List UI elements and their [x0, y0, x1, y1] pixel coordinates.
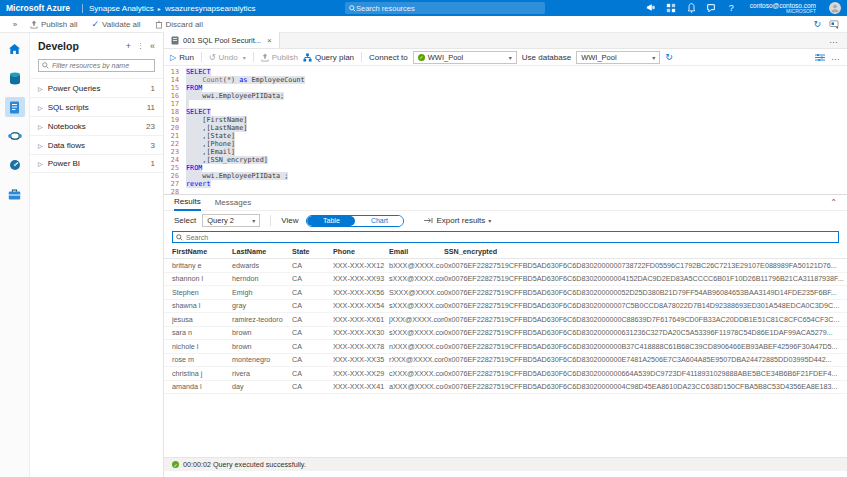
- close-tab-icon[interactable]: ×: [267, 36, 272, 45]
- code-line[interactable]: 13SELECT: [164, 68, 847, 76]
- sql-script-tab[interactable]: 001 SQL Pool Securit... ×: [164, 32, 280, 48]
- table-cell: XXX-XXX-XX93: [333, 274, 389, 283]
- editor-more-icon[interactable]: …: [831, 52, 841, 62]
- code-line[interactable]: 22 ,[Phone]: [164, 140, 847, 148]
- expand-chevron-icon[interactable]: ▷: [38, 160, 43, 167]
- column-header-ssn_encrypted[interactable]: SSN_encrypted: [444, 247, 847, 256]
- nav-home[interactable]: [5, 39, 25, 59]
- undo-button[interactable]: ↺ Undo: [209, 53, 238, 62]
- table-row[interactable]: nichole lbrownCAXXX-XXX-XX78nXXX@XXXX.co…: [164, 340, 847, 354]
- table-row[interactable]: jesusaramirez-teodoroCAXXX-XXX-XX61jXXX@…: [164, 313, 847, 327]
- sidebar-item-power-bi[interactable]: ▷Power BI1: [30, 154, 163, 173]
- code-line[interactable]: 27revert: [164, 180, 847, 188]
- code-text: ,[SSN_encrypted]: [186, 156, 268, 164]
- code-line[interactable]: 25FROM: [164, 164, 847, 172]
- help-icon[interactable]: ?: [726, 2, 737, 13]
- collapse-panel-icon[interactable]: «: [150, 41, 155, 51]
- sidebar-item-sql-scripts[interactable]: ▷SQL scripts11: [30, 97, 163, 116]
- code-line[interactable]: 16 wwi.EmployeePIIData;: [164, 92, 847, 100]
- megaphone-icon[interactable]: [646, 2, 657, 13]
- run-button[interactable]: ▷ Run: [170, 53, 194, 62]
- notifications-bell-icon[interactable]: [686, 2, 697, 13]
- breadcrumb-workspace[interactable]: wsazuresynapseanalytics: [165, 4, 256, 13]
- results-grid: FirstNameLastNameStatePhoneEmailSSN_encr…: [164, 245, 847, 394]
- nav-integrate[interactable]: [5, 126, 25, 146]
- column-header-firstname[interactable]: FirstName: [172, 247, 232, 256]
- validate-all-button[interactable]: ✓ Validate all: [91, 19, 140, 29]
- results-search-box[interactable]: [172, 231, 839, 243]
- use-database-select[interactable]: WWI_Pool ▾: [576, 51, 660, 64]
- refresh-database-icon[interactable]: ↻: [665, 52, 673, 62]
- sql-code-editor[interactable]: 13SELECT14 Count(*) as EmployeeCount15FR…: [164, 66, 847, 194]
- chart-view-toggle[interactable]: Chart: [355, 216, 403, 226]
- table-row[interactable]: amanda ldayCAXXX-XXX-XX41aXXX@XXXX.com0x…: [164, 381, 847, 395]
- breadcrumb-product[interactable]: Synapse Analytics: [89, 4, 154, 13]
- table-view-toggle[interactable]: Table: [307, 216, 355, 226]
- account-info[interactable]: contoso@contoso.com MICROSOFT: [750, 2, 816, 15]
- sidebar-item-notebooks[interactable]: ▷Notebooks23: [30, 116, 163, 135]
- query-select[interactable]: Query 2 ▾: [202, 214, 260, 227]
- apps-grid-icon[interactable]: [666, 2, 677, 13]
- code-line[interactable]: 19 [FirstName]: [164, 116, 847, 124]
- expand-chevron-icon[interactable]: ▷: [38, 104, 43, 111]
- code-line[interactable]: 20 ,[LastName]: [164, 124, 847, 132]
- refresh-icon[interactable]: ↻: [813, 19, 821, 29]
- global-search-box[interactable]: [345, 2, 545, 14]
- actions-icon[interactable]: ⋮: [137, 42, 144, 50]
- feedback-grid-icon[interactable]: [829, 20, 839, 29]
- tabstrip-more-icon[interactable]: …: [829, 35, 847, 48]
- table-row[interactable]: brittany eedwardsCAXXX-XXX-XX12bXXX@XXXX…: [164, 259, 847, 273]
- tab-results[interactable]: Results: [174, 195, 201, 211]
- query-plan-button[interactable]: Query plan: [303, 53, 354, 62]
- connect-to-select[interactable]: ✓ WWI_Pool ▾: [413, 51, 517, 64]
- column-header-email[interactable]: Email: [389, 247, 444, 256]
- table-row[interactable]: christina jriveraCAXXX-XXX-XX29cXXX@XXXX…: [164, 367, 847, 381]
- expand-chevron-icon[interactable]: ▷: [38, 142, 43, 149]
- code-line[interactable]: 26 wwi.EmployeePIIData ;: [164, 172, 847, 180]
- table-row[interactable]: shawna lgrayCAXXX-XXX-XX54sXXX@XXXX.com0…: [164, 300, 847, 314]
- code-line[interactable]: 14 Count(*) as EmployeeCount: [164, 76, 847, 84]
- sidebar-item-power-queries[interactable]: ▷Power Queries1: [30, 78, 163, 97]
- publish-all-button[interactable]: Publish all: [30, 20, 77, 29]
- code-line[interactable]: 15FROM: [164, 84, 847, 92]
- code-line[interactable]: 21 ,[State]: [164, 132, 847, 140]
- code-line[interactable]: 17: [164, 100, 847, 108]
- nav-data[interactable]: [5, 68, 25, 88]
- undo-dropdown-chevron[interactable]: ▾: [243, 54, 246, 61]
- avatar[interactable]: [829, 2, 841, 14]
- nav-manage[interactable]: [5, 184, 25, 204]
- feedback-icon[interactable]: [706, 2, 717, 13]
- properties-sliders-icon[interactable]: [815, 53, 825, 62]
- table-cell: CA: [292, 328, 333, 337]
- global-search-input[interactable]: [356, 4, 541, 13]
- nav-develop[interactable]: [5, 97, 25, 117]
- add-resource-button[interactable]: +: [126, 41, 131, 51]
- sidebar-item-data-flows[interactable]: ▷Data flows3: [30, 135, 163, 154]
- develop-filter-box[interactable]: [38, 59, 155, 72]
- column-header-lastname[interactable]: LastName: [232, 247, 292, 256]
- expand-chevron-icon[interactable]: ▷: [38, 123, 43, 130]
- code-line[interactable]: 24 ,[SSN_encrypted]: [164, 156, 847, 164]
- trash-icon: [155, 20, 163, 29]
- nav-monitor[interactable]: [5, 155, 25, 175]
- table-row[interactable]: rose mmontenegroCAXXX-XXX-XX35rXXX@XXXX.…: [164, 354, 847, 368]
- develop-filter-input[interactable]: [52, 62, 151, 69]
- tab-messages[interactable]: Messages: [215, 195, 251, 211]
- code-line[interactable]: 23 ,[Email]: [164, 148, 847, 156]
- results-search-input[interactable]: [186, 234, 835, 241]
- toolbar-divider: [361, 52, 362, 62]
- code-line[interactable]: 18SELECT: [164, 108, 847, 116]
- column-header-state[interactable]: State: [292, 247, 333, 256]
- table-row[interactable]: StephenEmighCAXXX-XXX-XX56SXXX@XXXX.com0…: [164, 286, 847, 300]
- collapse-results-chevron[interactable]: ⌃: [830, 198, 837, 207]
- column-header-phone[interactable]: Phone: [333, 247, 389, 256]
- discard-all-button[interactable]: Discard all: [155, 20, 203, 29]
- export-results-button[interactable]: Export results ▾: [424, 216, 491, 225]
- table-row[interactable]: shannon lherndonCAXXX-XXX-XX93sXXX@XXXX.…: [164, 273, 847, 287]
- table-row[interactable]: sara nbrownCAXXX-XXX-XX30sXXX@XXXX.com0x…: [164, 327, 847, 341]
- expand-panel-chevron[interactable]: »: [0, 20, 30, 29]
- expand-chevron-icon[interactable]: ▷: [38, 85, 43, 92]
- breadcrumb-chevron-icon: ▸: [158, 5, 161, 12]
- microsoft-azure-logo[interactable]: Microsoft Azure: [6, 3, 70, 13]
- publish-button[interactable]: Publish: [261, 53, 298, 62]
